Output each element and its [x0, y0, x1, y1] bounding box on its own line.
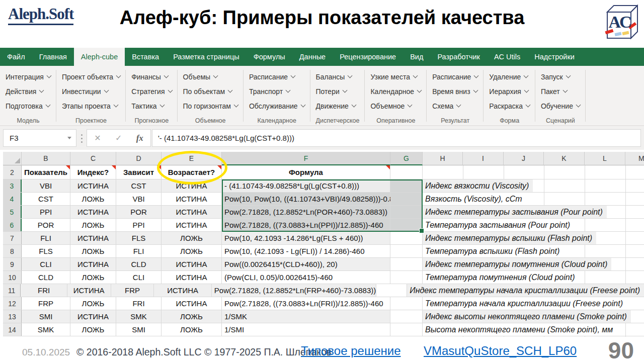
cell-empty[interactable]	[390, 297, 423, 310]
tab-ac-utils[interactable]: AC Utils	[487, 48, 527, 66]
cell-index-flag[interactable]: ЛОЖЬ	[70, 219, 116, 231]
cell-increasing[interactable]: ИСТИНА	[162, 179, 222, 192]
name-box[interactable]: F3	[3, 129, 76, 147]
cell-indicator[interactable]: FRP	[22, 297, 70, 310]
cell-depends[interactable]: SMI	[116, 323, 162, 336]
cell-depends[interactable]: FRP	[111, 284, 154, 297]
ribbon-item[interactable]: Потери	[316, 84, 360, 99]
cell-empty[interactable]	[390, 232, 423, 244]
column-header-g[interactable]: G	[390, 152, 423, 165]
cell-depends[interactable]: CLI	[116, 271, 162, 284]
cell-indicator[interactable]: PPI	[22, 206, 70, 218]
cell-index-flag[interactable]: ЛОЖЬ	[70, 193, 116, 205]
ribbon-item[interactable]: Календарное	[370, 84, 421, 99]
cell-index-flag[interactable]: ЛОЖЬ	[70, 271, 116, 284]
row-header[interactable]: 7	[3, 232, 22, 244]
cell-description[interactable]: Индекс высоты некоптящего пламени (Smoke…	[423, 310, 644, 323]
ribbon-item[interactable]: Запуск	[541, 69, 580, 84]
cell-depends[interactable]: FLS	[116, 232, 162, 244]
ribbon-item[interactable]: Движение	[316, 99, 360, 113]
cell-description[interactable]: Температура застывания (Pour point)	[423, 219, 644, 231]
cell-empty[interactable]	[376, 284, 407, 297]
select-all-corner[interactable]	[3, 152, 22, 165]
cell-increasing[interactable]: ЛОЖЬ	[162, 232, 222, 244]
cell-index-flag[interactable]: ЛОЖЬ	[70, 245, 116, 257]
column-header-c[interactable]: C	[70, 152, 116, 165]
row-header[interactable]: 14	[3, 323, 22, 336]
cell-depends[interactable]: CLD	[116, 258, 162, 270]
cell-increasing[interactable]: ИСТИНА	[162, 271, 222, 284]
column-header-f[interactable]: F	[222, 152, 390, 165]
cell-index-flag[interactable]: ИСТИНА	[70, 206, 116, 218]
cell-index-flag[interactable]: ЛОЖЬ	[70, 297, 116, 310]
header-cell-index[interactable]: Индекс?	[70, 165, 116, 179]
cell-increasing[interactable]: ИСТИНА	[162, 297, 222, 310]
column-header-i[interactable]: I	[463, 152, 504, 165]
ribbon-item[interactable]: Обслуживание	[249, 99, 305, 113]
tab-insert[interactable]: Вставка	[125, 48, 166, 66]
cell-indicator[interactable]: FLI	[22, 232, 70, 244]
cell-increasing[interactable]: ИСТИНА	[162, 206, 222, 218]
cell-index-flag[interactable]: ИСТИНА	[70, 310, 116, 323]
ribbon-item[interactable]: Этапы проекта	[62, 99, 120, 113]
ribbon-item[interactable]: По горизонтам	[183, 99, 238, 113]
cell-increasing[interactable]: ЛОЖЬ	[162, 323, 222, 336]
footer-link-solution[interactable]: Типовое решение	[301, 344, 401, 358]
cell-formula[interactable]: Pow(2.71828, ((73.0883+Ln(PPI))/12.885))…	[222, 219, 390, 231]
cell-formula[interactable]: Pow(2.71828, (12.8852*Ln(FRP+460)-73.088…	[212, 284, 376, 297]
column-header-e[interactable]: E	[162, 152, 222, 165]
cell-description[interactable]: Температура вспышки (Flash point)	[423, 245, 644, 257]
cell-indicator[interactable]: FLS	[22, 245, 70, 257]
ribbon-item[interactable]: Финансы	[131, 69, 172, 84]
row-header[interactable]: 12	[3, 297, 22, 310]
ribbon-item[interactable]: Транспорт	[249, 84, 305, 99]
tab-addins[interactable]: Надстройки	[527, 48, 582, 66]
cell-description[interactable]: Индекс температуры начала кристаллизации…	[407, 284, 644, 297]
cell-formula[interactable]: Pow(10, Pow(10, ((41.10743+VBI)/49.08258…	[222, 193, 390, 205]
header-cell-increasing[interactable]: Возрастает?	[162, 165, 222, 179]
ribbon-item[interactable]: По объектам	[183, 84, 238, 99]
cancel-icon[interactable]: ✕	[94, 133, 101, 143]
ribbon-item[interactable]: Раскраска	[489, 99, 530, 113]
cell-indicator[interactable]: CLD	[22, 271, 70, 284]
cell-increasing[interactable]: ЛОЖЬ	[162, 310, 222, 323]
row-header[interactable]: 10	[3, 271, 22, 284]
cell-formula[interactable]: Pow(2.71828, ((73.0883+Ln(FRI))/12.885))…	[222, 297, 390, 310]
tab-home[interactable]: Главная	[32, 48, 74, 66]
cell-formula[interactable]: Pow((0.0026415*(CLD+460)), 20)	[222, 258, 390, 270]
cell-empty[interactable]	[390, 323, 423, 336]
header-cell-name[interactable]: Показатель	[22, 165, 70, 179]
cell-formula[interactable]: (Pow(CLI, 0.05)/0.0026415)-460	[222, 271, 390, 284]
column-header-k[interactable]: K	[544, 152, 585, 165]
cell-depends[interactable]: PPI	[116, 219, 162, 231]
cell-index-flag[interactable]: ИСТИНА	[67, 284, 111, 297]
cell-indicator[interactable]: CLI	[22, 258, 70, 270]
row-header[interactable]: 4	[3, 193, 22, 205]
tab-view[interactable]: Вид	[403, 48, 430, 66]
cell-increasing[interactable]: ИСТИНА	[154, 284, 211, 297]
row-header[interactable]: 5	[3, 206, 22, 218]
column-header-l[interactable]: L	[585, 152, 625, 165]
tab-review[interactable]: Рецензирование	[333, 48, 403, 66]
ribbon-item[interactable]: Иерархия	[489, 84, 530, 99]
cell-depends[interactable]: FLI	[116, 245, 162, 257]
ribbon-item[interactable]: Балансы	[316, 69, 360, 84]
cell-increasing[interactable]: ЛОЖЬ	[162, 245, 222, 257]
cell-formula[interactable]: Pow(10, 42.1093 -14.286*Lg(FLS + 460))	[222, 232, 390, 244]
cell-description[interactable]: Индекс температуры помутнения (Cloud poi…	[423, 258, 644, 270]
ribbon-item[interactable]: Объемы	[183, 69, 238, 84]
cell-indicator[interactable]: SMK	[22, 323, 70, 336]
ribbon-item[interactable]: Интеграция	[6, 69, 51, 84]
cell-depends[interactable]: FRI	[116, 297, 162, 310]
ribbon-item[interactable]: Подготовка	[6, 99, 51, 113]
fx-icon[interactable]: fx	[136, 133, 143, 143]
cell-description[interactable]: Вязкость (Viscosity), сСт	[423, 193, 644, 205]
cell-indicator[interactable]: FRI	[21, 284, 67, 297]
ribbon-item[interactable]: Обучение	[541, 99, 580, 113]
column-header-h[interactable]: H	[423, 152, 463, 165]
row-header[interactable]: 8	[3, 245, 22, 257]
ribbon-item[interactable]: Схема	[432, 99, 478, 113]
cell-formula[interactable]: 1/SMI	[222, 323, 390, 336]
cell-description[interactable]: Температура помутнения (Cloud point)	[423, 271, 644, 284]
cell-indicator[interactable]: VBI	[22, 179, 70, 192]
